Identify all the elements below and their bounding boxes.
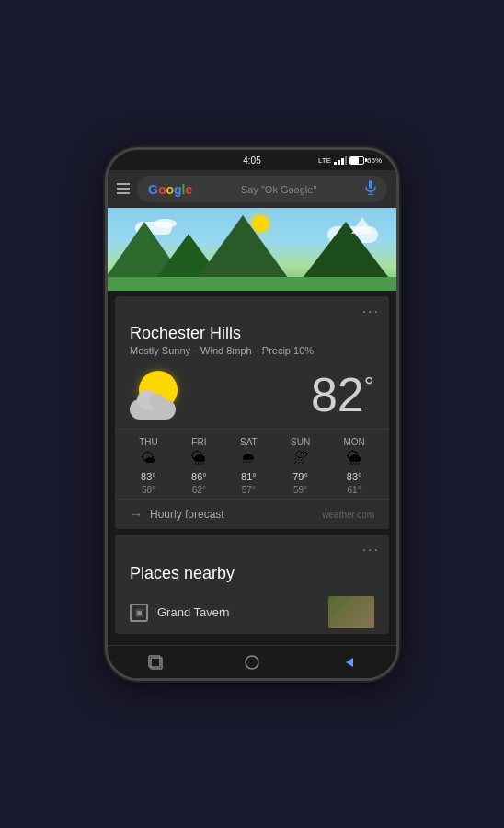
day-label: THU — [139, 437, 158, 447]
grass-strip — [108, 277, 396, 291]
hourly-row[interactable]: → Hourly forecast weather.com — [115, 499, 389, 529]
hourly-label: Hourly forecast — [150, 508, 224, 521]
screen: Google Say "Ok Google" — [108, 170, 396, 678]
svg-rect-2 — [341, 158, 344, 165]
forecast-day-mon: MON 🌦 83° 61° — [343, 437, 364, 495]
temp-unit: ° — [364, 371, 374, 399]
day-icon: 🌦 — [191, 450, 206, 468]
cloud-icon — [130, 399, 176, 420]
place-icon: ▣ — [130, 604, 148, 622]
svg-rect-9 — [368, 194, 373, 195]
day-high: 79° — [292, 471, 308, 482]
day-icon: ⛈ — [293, 450, 308, 468]
weather-sub: Mostly Sunny · Wind 8mph · Precip 10% — [130, 345, 374, 356]
mic-icon[interactable] — [365, 180, 376, 198]
wind-label: Wind 8mph — [200, 345, 252, 356]
svg-rect-7 — [369, 180, 372, 189]
places-header: Places nearby — [115, 555, 389, 591]
lte-label: LTE — [318, 156, 331, 165]
cards-container[interactable]: ... Rochester Hills Mostly Sunny · Wind … — [108, 291, 396, 645]
status-time: 4:05 — [243, 155, 260, 166]
svg-rect-0 — [334, 162, 337, 165]
hamburger-icon[interactable] — [117, 182, 130, 197]
forecast-day-thu: THU 🌤 83° 58° — [139, 437, 158, 495]
city-name: Rochester Hills — [130, 324, 374, 343]
battery-pct: 65% — [367, 156, 382, 165]
forecast-row: THU 🌤 83° 58° FRI 🌦 86° 62° SAT 🌧 81° 57… — [115, 429, 389, 499]
weather-card: ... Rochester Hills Mostly Sunny · Wind … — [115, 296, 389, 529]
precip-label: Precip 10% — [262, 345, 314, 356]
weather-icon-large — [130, 369, 194, 420]
day-high: 83° — [347, 471, 362, 482]
bottom-nav — [108, 645, 396, 678]
day-label: SAT — [240, 437, 258, 447]
day-icon: 🌦 — [347, 450, 361, 468]
temperature-display: 82° — [311, 371, 374, 419]
places-title: Places nearby — [130, 564, 374, 583]
svg-point-12 — [246, 656, 258, 669]
svg-rect-4 — [117, 183, 130, 185]
mountain-3 — [195, 215, 291, 282]
search-hint: Say "Ok Google" — [241, 184, 316, 195]
day-low: 58° — [142, 485, 155, 495]
status-bar: 4:05 LTE 65% — [108, 150, 396, 170]
day-label: FRI — [191, 437, 206, 447]
day-icon: 🌧 — [241, 450, 256, 468]
weather-header: Rochester Hills Mostly Sunny · Wind 8mph… — [115, 316, 389, 360]
google-logo: Google — [148, 182, 192, 197]
recents-button[interactable] — [139, 646, 172, 679]
svg-rect-3 — [345, 156, 347, 165]
weather-main: 82° — [115, 360, 389, 429]
snow-cap — [351, 217, 373, 234]
day-high: 81° — [241, 471, 257, 482]
svg-marker-13 — [346, 658, 353, 667]
place-thumbnail — [328, 596, 374, 628]
svg-rect-1 — [338, 160, 340, 165]
day-icon: 🌤 — [141, 450, 155, 468]
day-label: MON — [343, 437, 364, 447]
forecast-day-sat: SAT 🌧 81° 57° — [240, 437, 258, 495]
weather-source: weather.com — [322, 510, 374, 520]
svg-rect-5 — [117, 188, 130, 190]
search-input-area[interactable]: Google Say "Ok Google" — [137, 176, 387, 202]
condition-label: Mostly Sunny — [130, 345, 190, 356]
day-high: 86° — [191, 471, 207, 482]
mountain-4 — [300, 222, 392, 282]
weather-illustration — [108, 208, 396, 291]
day-low: 61° — [348, 485, 361, 495]
day-low: 57° — [242, 485, 256, 495]
signal-icon — [334, 155, 347, 165]
home-button[interactable] — [235, 646, 269, 679]
place-item[interactable]: ▣ Grand Tavern — [115, 591, 389, 634]
day-high: 83° — [141, 471, 156, 482]
svg-rect-6 — [117, 192, 130, 194]
search-bar[interactable]: Google Say "Ok Google" — [108, 170, 396, 208]
places-card: ... Places nearby ▣ Grand Tavern — [115, 535, 389, 634]
battery-icon — [349, 156, 364, 165]
arrow-right-icon: → — [130, 507, 143, 522]
phone-frame: 4:05 LTE 65% — [105, 147, 399, 681]
forecast-day-fri: FRI 🌦 86° 62° — [191, 437, 207, 495]
temp-value: 82 — [311, 368, 364, 421]
status-right: LTE 65% — [318, 155, 382, 165]
day-label: SUN — [291, 437, 310, 447]
forecast-day-sun: SUN ⛈ 79° 59° — [291, 437, 310, 495]
back-button[interactable] — [332, 646, 365, 679]
day-low: 59° — [293, 485, 307, 495]
places-more[interactable]: ... — [115, 535, 389, 555]
place-name: Grand Tavern — [157, 605, 230, 619]
svg-rect-8 — [370, 191, 371, 194]
day-low: 62° — [192, 485, 206, 495]
hourly-link[interactable]: → Hourly forecast — [130, 507, 224, 522]
weather-card-more[interactable]: ... — [115, 296, 389, 316]
